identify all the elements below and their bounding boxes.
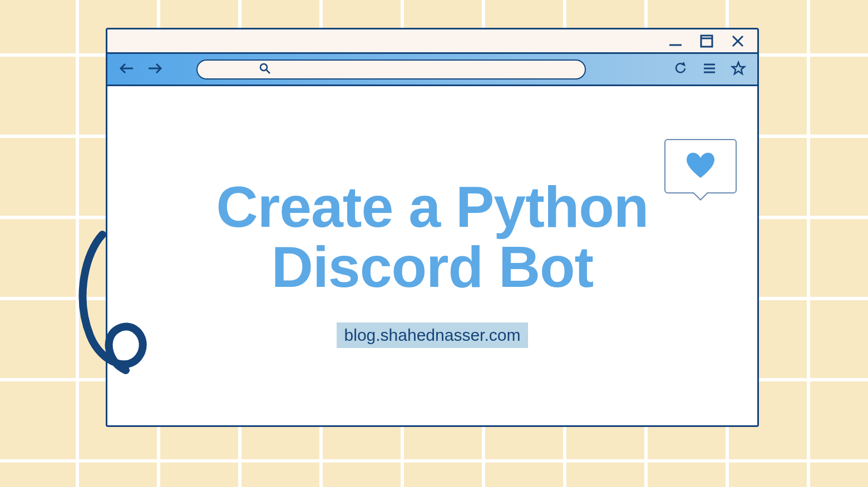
- refresh-icon[interactable]: [673, 61, 688, 78]
- minimize-icon[interactable]: [668, 34, 683, 48]
- heart-popup: [664, 139, 737, 193]
- close-icon[interactable]: [731, 34, 745, 48]
- address-bar[interactable]: [196, 59, 586, 79]
- star-icon[interactable]: [731, 61, 746, 78]
- content-area: Create a Python Discord Bot blog.shahedn…: [107, 86, 757, 422]
- heart-icon: [684, 150, 717, 182]
- search-icon: [259, 62, 271, 77]
- forward-button[interactable]: [146, 62, 163, 77]
- page-heading: Create a Python Discord Bot: [107, 177, 757, 297]
- svg-rect-1: [701, 36, 712, 47]
- scribble-decoration: [70, 230, 176, 391]
- toolbar: [107, 54, 757, 86]
- titlebar: [107, 29, 757, 54]
- back-button[interactable]: [119, 62, 135, 77]
- url-badge: blog.shahednasser.com: [337, 322, 529, 348]
- toolbar-right: [673, 61, 746, 78]
- menu-icon[interactable]: [702, 61, 717, 78]
- browser-window: Create a Python Discord Bot blog.shahedn…: [106, 28, 759, 427]
- svg-line-8: [267, 70, 270, 73]
- svg-marker-12: [732, 62, 744, 74]
- svg-point-7: [260, 64, 267, 71]
- maximize-icon[interactable]: [699, 34, 714, 48]
